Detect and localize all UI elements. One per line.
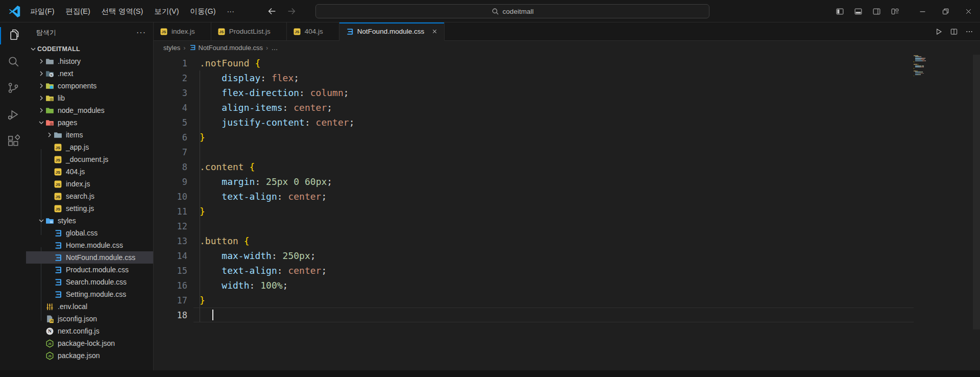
tree-item[interactable]: .env.local bbox=[26, 300, 153, 313]
breadcrumb-item[interactable]: styles bbox=[163, 44, 180, 52]
code-line[interactable]: 3 flex-direction: column; bbox=[154, 85, 914, 100]
activity-bar-source-control-icon[interactable] bbox=[0, 76, 26, 102]
tree-item[interactable]: Product.module.css bbox=[26, 264, 153, 276]
tree-item[interactable]: pages bbox=[26, 116, 153, 129]
toggle-panel-icon[interactable] bbox=[849, 0, 867, 22]
code-line[interactable]: 6} bbox=[154, 130, 914, 145]
tree-item[interactable]: Nnext.config.js bbox=[26, 325, 153, 337]
code-line-text[interactable] bbox=[193, 308, 914, 322]
code-line[interactable]: 9 margin: 25px 0 60px; bbox=[154, 174, 914, 189]
tree-item[interactable]: JSindex.js bbox=[26, 178, 153, 190]
menu-item[interactable]: 편집(E) bbox=[60, 4, 96, 18]
tree-item[interactable]: JS_document.js bbox=[26, 153, 153, 166]
tree-item[interactable]: JS404.js bbox=[26, 166, 153, 178]
code-line[interactable]: 15 text-align: center; bbox=[154, 263, 914, 278]
run-debug-icon bbox=[7, 108, 20, 123]
code-line[interactable]: 8.content { bbox=[154, 159, 914, 174]
activity-bar-run-debug-icon[interactable] bbox=[0, 102, 26, 129]
code-line[interactable]: 17} bbox=[154, 293, 914, 308]
code-line[interactable]: 11} bbox=[154, 204, 914, 219]
tree-item[interactable]: node_modules bbox=[26, 104, 153, 116]
code-line[interactable]: 14 max-width: 250px; bbox=[154, 248, 914, 263]
code-line[interactable]: 2 display: flex; bbox=[154, 70, 914, 85]
tab-close-icon[interactable] bbox=[430, 27, 439, 36]
code-line-text[interactable] bbox=[193, 145, 914, 159]
code-line[interactable]: 7 bbox=[154, 145, 914, 159]
tree-item[interactable]: JSpackage.json bbox=[26, 349, 153, 362]
tree-item[interactable]: Setting.module.css bbox=[26, 288, 153, 300]
nextjs-icon: N bbox=[45, 327, 54, 336]
menu-item[interactable]: 보기(V) bbox=[149, 4, 184, 18]
tree-item[interactable]: lib bbox=[26, 92, 153, 104]
code-line-text[interactable]: display: flex; bbox=[193, 70, 914, 85]
code-line-text[interactable]: } bbox=[193, 204, 914, 219]
tree-item[interactable]: JSpackage-lock.json bbox=[26, 337, 153, 349]
code-line-text[interactable]: text-align: center; bbox=[193, 263, 914, 278]
code-line-text[interactable]: align-items: center; bbox=[193, 100, 914, 115]
code-line-text[interactable]: .content { bbox=[193, 159, 914, 174]
breadcrumb-item[interactable]: … bbox=[271, 44, 278, 52]
restore-button[interactable] bbox=[934, 0, 957, 22]
run-icon[interactable] bbox=[932, 25, 945, 38]
code-line-text[interactable]: .notFound { bbox=[193, 56, 914, 70]
code-line-text[interactable]: max-width: 250px; bbox=[193, 248, 914, 263]
code-line-text[interactable]: flex-direction: column; bbox=[193, 85, 914, 100]
menu-item[interactable]: ··· bbox=[222, 4, 240, 18]
code-line[interactable]: 5 justify-content: center; bbox=[154, 115, 914, 130]
customize-layout-icon[interactable] bbox=[886, 0, 904, 22]
code-line[interactable]: 4 align-items: center; bbox=[154, 100, 914, 115]
tab-NotFound.module.css[interactable]: NotFound.module.css bbox=[339, 22, 445, 41]
minimize-button[interactable] bbox=[911, 0, 934, 22]
editor-scrollbar[interactable] bbox=[973, 55, 980, 329]
code-line[interactable]: 13.button { bbox=[154, 233, 914, 248]
code-line-text[interactable]: width: 100%; bbox=[193, 278, 914, 293]
command-center-search[interactable]: codeitmall bbox=[315, 4, 709, 18]
menu-item[interactable]: 이동(G) bbox=[185, 4, 222, 18]
minimap[interactable] bbox=[914, 55, 973, 78]
code-line-text[interactable]: } bbox=[193, 130, 914, 145]
code-line[interactable]: 16 width: 100%; bbox=[154, 278, 914, 293]
tree-item[interactable]: styles bbox=[26, 215, 153, 227]
tree-item[interactable]: components bbox=[26, 80, 153, 92]
code-editor[interactable]: 1.notFound {2 display: flex;3 flex-direc… bbox=[154, 54, 980, 377]
breadcrumb-item[interactable]: NotFound.module.css bbox=[189, 44, 263, 52]
activity-bar-explorer-icon[interactable] bbox=[0, 22, 26, 49]
tree-item[interactable]: items bbox=[26, 129, 153, 141]
code-line[interactable]: 10 text-align: center; bbox=[154, 189, 914, 204]
tab-index.js[interactable]: JSindex.js bbox=[154, 22, 211, 40]
activity-bar-extensions-icon[interactable] bbox=[0, 129, 26, 155]
tree-item[interactable]: JSsetting.js bbox=[26, 202, 153, 215]
tree-item[interactable]: Home.module.css bbox=[26, 239, 153, 251]
forward-arrow-icon[interactable] bbox=[286, 6, 297, 17]
close-button[interactable] bbox=[957, 0, 980, 22]
back-arrow-icon[interactable] bbox=[266, 6, 278, 17]
tree-item[interactable]: .history bbox=[26, 55, 153, 67]
tab-404.js[interactable]: JS404.js bbox=[287, 22, 339, 40]
more-actions-icon[interactable] bbox=[963, 25, 976, 38]
code-line-text[interactable]: text-align: center; bbox=[193, 189, 914, 204]
code-line-text[interactable]: .button { bbox=[193, 233, 914, 248]
toggle-secondary-sidebar-icon[interactable] bbox=[867, 0, 886, 22]
tree-item[interactable]: Search.module.css bbox=[26, 276, 153, 288]
code-line-text[interactable]: } bbox=[193, 293, 914, 308]
code-line-text[interactable]: margin: 25px 0 60px; bbox=[193, 174, 914, 189]
toggle-sidebar-icon[interactable] bbox=[830, 0, 849, 22]
tree-item[interactable]: NotFound.module.css bbox=[26, 251, 153, 264]
code-line-text[interactable] bbox=[193, 219, 914, 233]
menu-item[interactable]: 파일(F) bbox=[24, 4, 60, 18]
split-editor-icon[interactable] bbox=[947, 25, 961, 38]
tree-item[interactable]: CODEITMALL bbox=[26, 43, 153, 55]
tree-item[interactable]: JS_app.js bbox=[26, 141, 153, 153]
tree-item[interactable]: N.next bbox=[26, 67, 153, 80]
menu-item[interactable]: 선택 영역(S) bbox=[96, 4, 149, 18]
code-line[interactable]: 1.notFound { bbox=[154, 56, 914, 70]
tab-ProductList.js[interactable]: JSProductList.js bbox=[211, 22, 287, 40]
code-line[interactable]: 12 bbox=[154, 219, 914, 233]
tree-item[interactable]: JSjsconfig.json bbox=[26, 313, 153, 325]
more-actions-icon[interactable]: ··· bbox=[136, 28, 146, 37]
activity-bar-search-icon[interactable] bbox=[0, 49, 26, 76]
code-line-text[interactable]: justify-content: center; bbox=[193, 115, 914, 130]
code-line[interactable]: 18 bbox=[154, 308, 914, 322]
tree-item[interactable]: global.css bbox=[26, 227, 153, 239]
tree-item[interactable]: JSsearch.js bbox=[26, 190, 153, 202]
